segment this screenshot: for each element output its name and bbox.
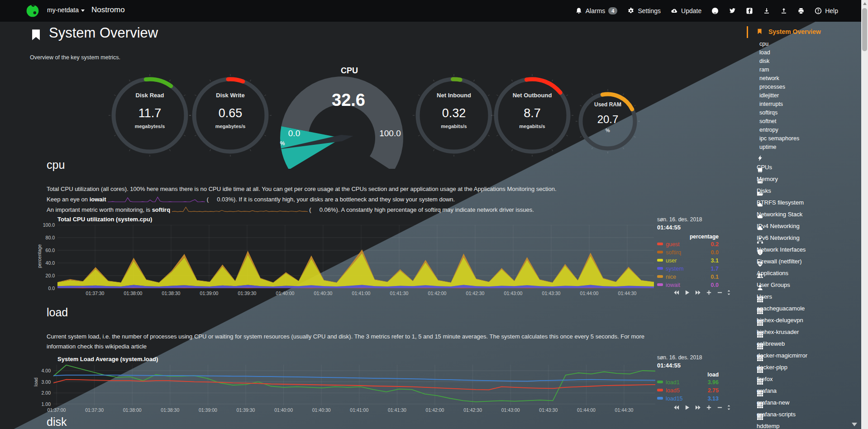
sidebar-item-label: User Groups	[757, 281, 790, 288]
legend-series-value: 0.1	[711, 274, 719, 280]
export-snapshot-button[interactable]	[763, 7, 770, 14]
minus-icon[interactable]	[717, 405, 723, 410]
load-chart-plot[interactable]	[53, 365, 655, 405]
sidebar-item-ipc-semaphores[interactable]: ipc semaphores	[759, 134, 860, 143]
grid-icon	[757, 319, 763, 326]
resize-icon[interactable]	[726, 290, 732, 296]
load-xtick: 01:42:30	[457, 407, 489, 413]
sidebar-item-label: IPv4 Networking	[757, 223, 800, 229]
legend-series-name: guest	[666, 241, 680, 248]
forward-icon[interactable]	[695, 290, 701, 296]
twitter-button[interactable]	[729, 7, 736, 14]
legend-series-value: 3.96	[708, 379, 719, 386]
print-button[interactable]	[797, 7, 805, 14]
backward-icon[interactable]	[673, 290, 679, 296]
scrollbar-thumb[interactable]	[862, 8, 867, 51]
load-legend-row-load1[interactable]: load13.96	[657, 379, 719, 386]
cpu-description-line3: An important metric worth monitoring, is…	[47, 206, 534, 213]
legend-swatch	[657, 251, 663, 253]
cloud-update-icon	[671, 7, 678, 14]
sidebar-item-disk[interactable]: disk	[759, 57, 860, 66]
netdata-logo-icon[interactable]	[25, 4, 40, 18]
sidebar-item-cpu[interactable]: cpu	[759, 40, 860, 48]
grid-icon	[757, 414, 763, 420]
plus-icon[interactable]	[706, 290, 712, 296]
resize-icon[interactable]	[726, 405, 732, 410]
import-snapshot-button[interactable]	[780, 7, 787, 14]
forward-icon[interactable]	[695, 405, 701, 410]
facebook-button[interactable]	[746, 7, 753, 14]
cpu-legend-row-iowait[interactable]: iowait0.0	[657, 282, 719, 289]
cpu-legend-row-guest[interactable]: guest0.2	[657, 241, 719, 248]
sidebar-item-label: BTRFS filesystem	[757, 199, 804, 206]
sidebar-item-memory[interactable]: Memory	[757, 167, 860, 178]
minus-icon[interactable]	[717, 290, 723, 296]
cpu-gauge-min: 0.0	[281, 129, 308, 138]
alarms-label: Alarms	[586, 7, 606, 14]
cpu-legend-row-system[interactable]: system1.7	[657, 266, 719, 273]
page-scrollbar[interactable]	[861, 0, 868, 429]
cpu-chart-plot[interactable]	[57, 225, 654, 288]
sidebar-item-softirqs[interactable]: softirqs	[759, 109, 860, 117]
gauge-value: 20.7	[574, 113, 641, 126]
sidebar-item-btrfs-filesystem[interactable]: BTRFS filesystem	[757, 190, 860, 202]
sidebar-item-label: apacheguacamole	[757, 305, 805, 312]
load-legend-date: søn. 16. des. 2018	[657, 354, 725, 361]
sidebar-item-label: IPv6 Networking	[757, 234, 800, 241]
gauge-used-ram[interactable]: Used RAM20.7%	[574, 88, 641, 155]
sidebar-item-cpus[interactable]: CPUs	[757, 155, 860, 167]
gauge-disk-write[interactable]: Disk Write0.65megabytes/s	[188, 73, 273, 158]
sidebar-menu: System Overview cpuloaddiskramnetworkpro…	[747, 25, 860, 425]
update-button[interactable]: Update	[671, 7, 701, 14]
cpu-gauge[interactable]	[274, 65, 410, 169]
sidebar-item-system-overview[interactable]: System Overview	[747, 25, 860, 38]
plus-icon[interactable]	[706, 405, 712, 410]
sidebar-item-interrupts[interactable]: interrupts	[759, 100, 860, 109]
sidebar-scroll-down-icon[interactable]	[852, 423, 857, 426]
hostname-dropdown[interactable]: my-netdata	[47, 6, 85, 14]
cpu-xtick: 01:40:00	[269, 291, 301, 296]
github-button[interactable]	[711, 7, 719, 14]
cpu-description-line2: Keep an eye on iowait ( 0.03%). If it is…	[47, 195, 455, 203]
cpu-xtick: 01:40:30	[307, 291, 339, 296]
gauge-net-inbound[interactable]: Net Inbound0.32megabits/s	[411, 73, 496, 158]
play-icon[interactable]	[684, 405, 690, 410]
help-button[interactable]: Help	[815, 7, 838, 14]
backward-icon[interactable]	[673, 405, 679, 410]
gauge-disk-read[interactable]: Disk Read11.7megabytes/s	[107, 73, 192, 158]
load-legend-row-load15[interactable]: load153.13	[657, 396, 719, 403]
sidebar-item-uptime[interactable]: uptime	[759, 143, 860, 152]
sidebar-item-apacheguacamole[interactable]: apacheguacamole	[757, 296, 860, 308]
cpu-chart-title: Total CPU utilization (system.cpu)	[57, 216, 152, 223]
sidebar-item-softnet[interactable]: softnet	[759, 117, 860, 126]
cpu-legend-row-user[interactable]: user3.1	[657, 257, 719, 265]
load-ytick: 4.00	[30, 368, 51, 373]
sidebar-item-network[interactable]: network	[759, 74, 860, 83]
play-icon[interactable]	[684, 290, 690, 296]
sidebar-item-entropy[interactable]: entropy	[759, 126, 860, 134]
alarms-button[interactable]: Alarms 4	[575, 7, 618, 14]
twitter-icon	[729, 7, 736, 14]
grid-icon	[757, 402, 763, 409]
sidebar-item-load[interactable]: load	[759, 48, 860, 57]
settings-button[interactable]: Settings	[627, 7, 661, 14]
gauge-net-outbound[interactable]: Net Outbound8.7megabits/s	[490, 73, 575, 158]
legend-series-name: iowait	[666, 282, 680, 288]
question-icon	[815, 7, 822, 14]
load-xtick: 01:44:30	[608, 407, 640, 413]
cpu-xtick: 01:41:00	[345, 291, 377, 296]
sidebar-item-label: docker-plpp	[757, 364, 787, 371]
sidebar-item-label: firefox	[757, 376, 773, 382]
sidebar-item-processes[interactable]: processes	[759, 83, 860, 91]
sidebar-item-ram[interactable]: ram	[759, 66, 860, 74]
load-xtick: 01:38:30	[154, 407, 186, 413]
sidebar-item-idlejitter[interactable]: idlejitter	[759, 91, 860, 100]
cpu-legend-row-nice[interactable]: nice0.1	[657, 274, 719, 281]
legend-series-name: system	[666, 266, 684, 272]
load-legend-row-load5[interactable]: load52.75	[657, 387, 719, 395]
scrollbar-up-icon[interactable]	[863, 2, 867, 5]
bell-icon	[575, 7, 582, 14]
legend-series-name: load5	[666, 387, 680, 394]
cpu-legend-row-softirq[interactable]: softirq0.0	[657, 249, 719, 257]
gauge-label: Net Inbound	[411, 92, 496, 99]
